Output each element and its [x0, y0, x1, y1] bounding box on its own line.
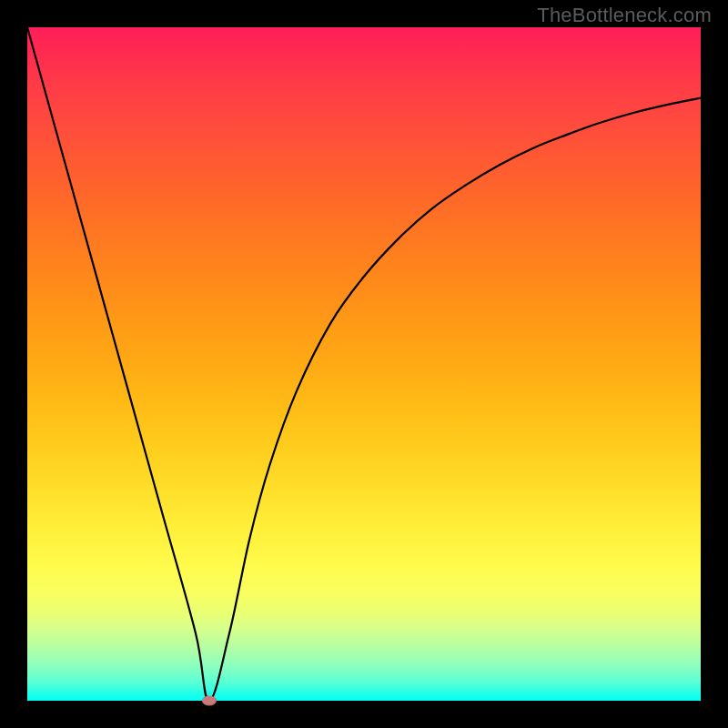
chart-curve-svg	[27, 27, 701, 701]
optimal-point-marker	[202, 696, 217, 706]
watermark-text: TheBottleneck.com	[537, 4, 712, 27]
bottleneck-curve-line	[27, 27, 701, 701]
chart-plot-area	[27, 27, 701, 701]
